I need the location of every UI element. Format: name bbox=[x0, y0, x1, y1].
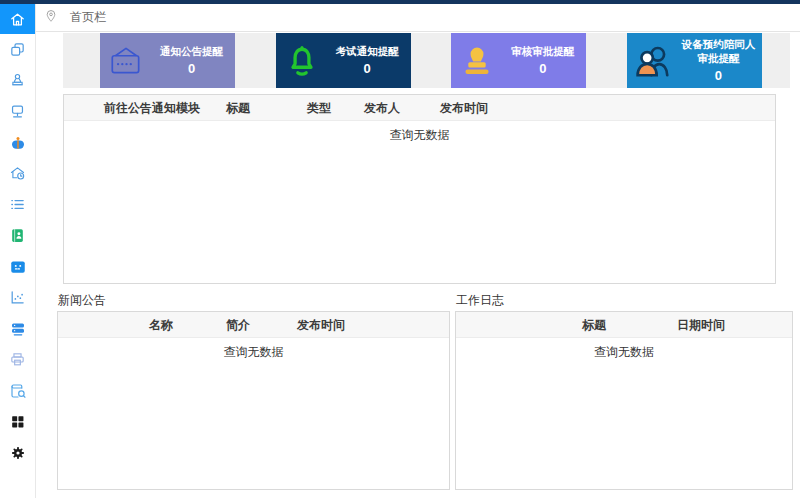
notice-table-panel: 前往公告通知模块 标题 类型 发布人 发布时间 查询无数据 bbox=[63, 94, 776, 284]
worklog-panel-title: 工作日志 bbox=[455, 291, 793, 311]
card-approval-reminder[interactable]: 审核审批提醒 0 bbox=[451, 33, 586, 88]
column-header-name: 名称 bbox=[149, 312, 173, 338]
card-count: 0 bbox=[364, 61, 371, 76]
worklog-table: 标题 日期时间 查询无数据 bbox=[455, 311, 793, 490]
stamp-icon bbox=[451, 43, 503, 79]
sidebar-item-list[interactable] bbox=[0, 189, 35, 220]
column-header-type: 类型 bbox=[307, 95, 331, 121]
sidebar-item-id-card[interactable] bbox=[0, 251, 35, 282]
house-clock-icon bbox=[9, 165, 26, 182]
people-icon bbox=[627, 42, 679, 80]
sidebar-item-monitor[interactable] bbox=[0, 96, 35, 127]
printer-icon bbox=[9, 351, 26, 368]
stamp-icon bbox=[9, 72, 26, 89]
notice-table-header-row: 前往公告通知模块 标题 类型 发布人 发布时间 bbox=[64, 95, 775, 121]
column-header-publish-time: 发布时间 bbox=[297, 312, 345, 338]
grid-icon bbox=[10, 414, 25, 429]
column-header-publish-time: 发布时间 bbox=[440, 95, 488, 121]
worklog-table-header-row: 标题 日期时间 bbox=[456, 312, 792, 338]
app-root: 首页栏 bbox=[0, 4, 800, 498]
card-exam-reminder[interactable]: 考试通知提醒 0 bbox=[276, 33, 411, 88]
id-card-icon bbox=[9, 258, 27, 276]
robot-icon bbox=[9, 134, 27, 152]
location-pin-icon bbox=[44, 9, 58, 27]
reminder-cards-strip: 通知公告提醒 0 考试通知提醒 0 bbox=[63, 33, 790, 88]
main-area: 首页栏 bbox=[36, 4, 800, 498]
windows-icon bbox=[9, 41, 26, 58]
sidebar bbox=[0, 4, 36, 498]
news-table-empty-text: 查询无数据 bbox=[58, 338, 449, 361]
sidebar-item-printer[interactable] bbox=[0, 344, 35, 375]
content: 通知公告提醒 0 考试通知提醒 0 bbox=[36, 32, 800, 498]
breadcrumb: 首页栏 bbox=[70, 9, 106, 26]
card-notice-reminder[interactable]: 通知公告提醒 0 bbox=[100, 33, 235, 88]
column-header-title: 标题 bbox=[226, 95, 250, 121]
home-icon bbox=[9, 11, 26, 28]
card-device-companion-reminder[interactable]: 设备预约陪同人审批提醒 0 bbox=[627, 33, 762, 88]
card-label: 通知公告提醒 bbox=[160, 45, 223, 58]
sidebar-item-windows[interactable] bbox=[0, 34, 35, 65]
bar-chart-icon bbox=[9, 289, 26, 306]
news-table: 名称 简介 发布时间 查询无数据 bbox=[57, 311, 450, 490]
card-label: 审核审批提醒 bbox=[511, 45, 574, 58]
sidebar-item-home[interactable] bbox=[0, 4, 35, 34]
column-header-goto-notice-module: 前往公告通知模块 bbox=[104, 95, 200, 121]
address-book-icon bbox=[9, 227, 26, 244]
list-icon bbox=[9, 196, 26, 213]
gear-icon bbox=[10, 445, 26, 461]
bottom-panels-row: 新闻公告 名称 简介 发布时间 查询无数据 工作日志 标题 bbox=[57, 291, 793, 490]
column-header-title: 标题 bbox=[582, 312, 606, 338]
worklog-table-empty-text: 查询无数据 bbox=[456, 338, 792, 361]
column-header-datetime: 日期时间 bbox=[677, 312, 725, 338]
sidebar-item-bar-chart[interactable] bbox=[0, 282, 35, 313]
sidebar-item-house-clock[interactable] bbox=[0, 158, 35, 189]
sidebar-item-address-book[interactable] bbox=[0, 220, 35, 251]
news-panel: 新闻公告 名称 简介 发布时间 查询无数据 bbox=[57, 291, 450, 490]
sidebar-item-gear[interactable] bbox=[0, 437, 35, 468]
column-header-publisher: 发布人 bbox=[364, 95, 400, 121]
column-header-summary: 简介 bbox=[226, 312, 250, 338]
card-count: 0 bbox=[539, 61, 546, 76]
sidebar-item-server[interactable] bbox=[0, 313, 35, 344]
sidebar-item-book-search[interactable] bbox=[0, 375, 35, 406]
sidebar-item-grid[interactable] bbox=[0, 406, 35, 437]
sidebar-item-robot[interactable] bbox=[0, 127, 35, 158]
news-panel-title: 新闻公告 bbox=[57, 291, 450, 311]
card-count: 0 bbox=[188, 61, 195, 76]
worklog-panel: 工作日志 标题 日期时间 查询无数据 bbox=[455, 291, 793, 490]
envelope-icon bbox=[100, 44, 152, 78]
sidebar-item-stamp[interactable] bbox=[0, 65, 35, 96]
topbar: 首页栏 bbox=[36, 4, 800, 32]
bell-icon bbox=[276, 43, 328, 79]
card-label: 考试通知提醒 bbox=[336, 45, 399, 58]
book-search-icon bbox=[9, 382, 27, 400]
notice-table-empty-text: 查询无数据 bbox=[64, 121, 775, 144]
server-icon bbox=[9, 320, 27, 338]
news-table-header-row: 名称 简介 发布时间 bbox=[58, 312, 449, 338]
card-label: 设备预约陪同人审批提醒 bbox=[679, 38, 758, 64]
card-count: 0 bbox=[715, 68, 722, 83]
monitor-icon bbox=[9, 103, 26, 120]
